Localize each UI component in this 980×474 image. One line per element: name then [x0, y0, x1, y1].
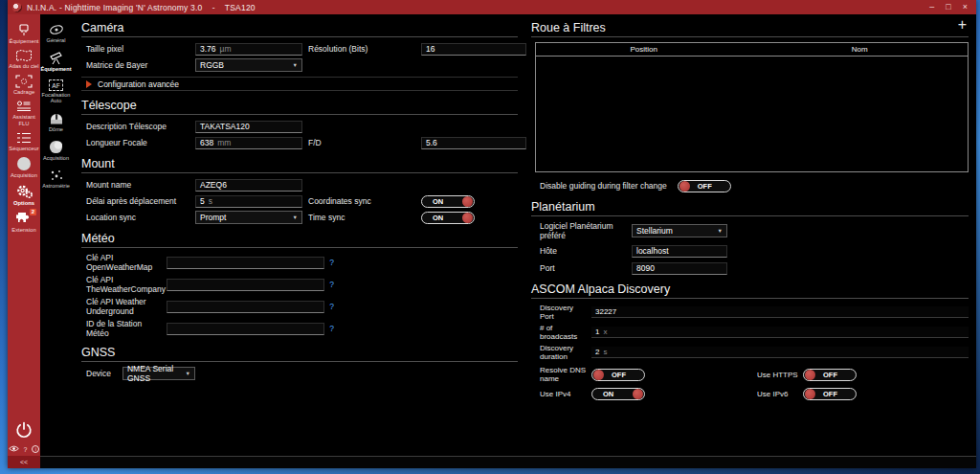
telescope-section-title: Télescope: [81, 99, 518, 115]
discovery-port-label: Discovery Port: [540, 304, 591, 321]
eye-icon[interactable]: [9, 445, 19, 453]
options-tab-strip: Général Équipement AF Focalisation Auto …: [40, 14, 72, 456]
coordinates-sync-toggle[interactable]: ON: [421, 195, 475, 208]
status-bar: <<: [8, 456, 976, 468]
tab-equipment[interactable]: Équipement: [40, 49, 72, 75]
plugin-count-badge: 2: [30, 209, 36, 215]
discovery-duration-label: Discovery duration: [540, 344, 591, 361]
openweathermap-key-label: Clé API OpenWeatherMap: [86, 253, 165, 272]
camera-advanced-expander[interactable]: Configuration avancée: [81, 77, 518, 91]
tab-imaging[interactable]: Acquisition: [40, 138, 72, 164]
use-ipv4-toggle[interactable]: ON: [591, 388, 645, 400]
sidebar-item-sequencer[interactable]: Séquenceur: [8, 129, 40, 154]
minimize-button[interactable]: –: [929, 3, 934, 11]
location-sync-select[interactable]: Prompt▼: [195, 211, 302, 224]
collapse-sidebar-button[interactable]: <<: [8, 456, 40, 468]
tab-astrometry[interactable]: Astrométrie: [40, 167, 72, 192]
moon-icon: [49, 140, 63, 154]
filter-table[interactable]: Position Nom: [535, 42, 969, 172]
nina-window: N.I.N.A. - Nighttime Imaging 'N' Astrono…: [8, 0, 976, 468]
weather-station-id-label: ID de la Station Météo: [86, 319, 165, 338]
title-bar[interactable]: N.I.N.A. - Nighttime Imaging 'N' Astrono…: [8, 0, 976, 14]
telescope-desc-input[interactable]: TAKATSA120: [195, 121, 302, 133]
use-ipv6-toggle[interactable]: OFF: [803, 388, 857, 400]
openweathermap-key-input[interactable]: [167, 257, 324, 269]
sidebar-item-imaging[interactable]: Acquisition: [8, 154, 40, 181]
theweathercompany-key-input[interactable]: [167, 279, 324, 291]
resolve-dns-toggle[interactable]: OFF: [591, 369, 645, 381]
info-icon[interactable]: i: [32, 445, 39, 453]
stars-icon: [49, 169, 64, 182]
sidebar-item-framing[interactable]: Cadrage: [8, 73, 40, 98]
location-sync-label: Location sync: [86, 213, 193, 222]
resolution-input[interactable]: 16: [421, 43, 526, 56]
chevron-down-icon: ▼: [293, 214, 298, 220]
theweathercompany-help-link[interactable]: ?: [329, 280, 334, 289]
app-logo-icon: [12, 3, 22, 12]
planetarium-host-label: Hôte: [540, 246, 632, 256]
pixel-size-label: Taille pixel: [86, 44, 193, 54]
tab-autofocus[interactable]: AF Focalisation Auto: [40, 78, 72, 106]
chevron-down-icon: ▼: [186, 371, 190, 376]
framing-icon: [15, 75, 33, 88]
sidebar-item-equipment[interactable]: Équipement: [8, 21, 40, 47]
planetarium-software-select[interactable]: Stellarium▼: [632, 224, 727, 237]
telescope-icon: [49, 51, 64, 65]
weatherunderground-help-link[interactable]: ?: [329, 302, 334, 311]
sidebar-item-flat-wizard[interactable]: Assistant FLU: [8, 98, 40, 129]
power-button[interactable]: [14, 420, 33, 443]
discovery-duration-input[interactable]: 2s: [591, 347, 969, 358]
imaging-circle-icon: [16, 156, 32, 171]
broadcasts-label: # of broadcasts: [540, 324, 591, 341]
bayer-pattern-select[interactable]: RGGB▼: [195, 58, 302, 72]
focal-length-input[interactable]: 638mm: [195, 137, 302, 149]
sidebar-item-plugins[interactable]: 2 Extension: [8, 209, 40, 236]
focal-ratio-label: F/D: [304, 138, 419, 147]
focal-ratio-input[interactable]: 5.6: [421, 137, 526, 149]
use-https-toggle[interactable]: OFF: [803, 369, 857, 381]
focal-length-label: Longueur Focale: [86, 138, 193, 147]
add-filter-button[interactable]: +: [958, 17, 967, 33]
discovery-port-input[interactable]: 32227: [591, 306, 969, 318]
dome-icon: [49, 112, 64, 125]
tab-general[interactable]: Général: [40, 21, 72, 46]
sidebar-item-sky-atlas[interactable]: Atlas du ciel: [8, 47, 40, 72]
equipment-settings-page: Caméra Taille pixel 3.76µm Résolution (B…: [72, 14, 976, 456]
pixel-size-input[interactable]: 3.76µm: [195, 43, 302, 56]
disable-guiding-toggle[interactable]: OFF: [678, 180, 731, 192]
coordinates-sync-label: Coordinates sync: [304, 196, 419, 206]
settle-time-label: Délai après déplacement: [86, 196, 193, 206]
filter-wheel-section-title: Roue à Filtres +: [531, 21, 969, 37]
gnss-device-label: Device: [86, 369, 115, 378]
settle-time-input[interactable]: 5s: [195, 195, 302, 208]
openweathermap-help-link[interactable]: ?: [329, 258, 334, 267]
window-title: N.I.N.A. - Nighttime Imaging 'N' Astrono…: [27, 3, 924, 12]
time-sync-toggle[interactable]: ON: [421, 212, 475, 224]
tab-dome[interactable]: Dôme: [40, 110, 72, 135]
galaxy-icon: [49, 23, 64, 36]
mount-name-label: Mount name: [86, 180, 193, 190]
time-sync-label: Time sync: [304, 213, 419, 222]
use-ipv6-label: Use IPv6: [757, 390, 803, 398]
close-button[interactable]: ×: [963, 3, 968, 11]
planetarium-port-input[interactable]: 8090: [632, 262, 727, 275]
autofocus-icon: AF: [49, 79, 63, 91]
help-icon[interactable]: ?: [24, 446, 28, 453]
primary-sidebar: Équipement Atlas du ciel Cadrage Assista…: [8, 14, 40, 456]
gnss-device-select[interactable]: NMEA Serial GNSS▼: [122, 367, 195, 380]
mount-name-input[interactable]: AZEQ6: [195, 179, 302, 192]
theweathercompany-key-label: Clé API TheWeatherCompany: [86, 275, 165, 294]
use-ipv4-label: Use IPv4: [540, 390, 591, 398]
chevron-down-icon: ▼: [718, 228, 723, 234]
weather-station-id-input[interactable]: [167, 323, 324, 335]
resolve-dns-label: Resolve DNS name: [540, 366, 591, 383]
weather-station-help-link[interactable]: ?: [329, 324, 334, 333]
disable-guiding-label: Disable guiding during filter change: [540, 181, 671, 191]
weatherunderground-key-input[interactable]: [167, 301, 324, 313]
broadcasts-input[interactable]: 1x: [591, 327, 969, 338]
planetarium-host-input[interactable]: localhost: [632, 245, 727, 258]
filter-table-body[interactable]: [536, 56, 968, 171]
sidebar-item-options[interactable]: Options: [8, 182, 40, 209]
weatherunderground-key-label: Clé API Weather Underground: [86, 297, 165, 316]
maximize-button[interactable]: □: [946, 3, 950, 11]
